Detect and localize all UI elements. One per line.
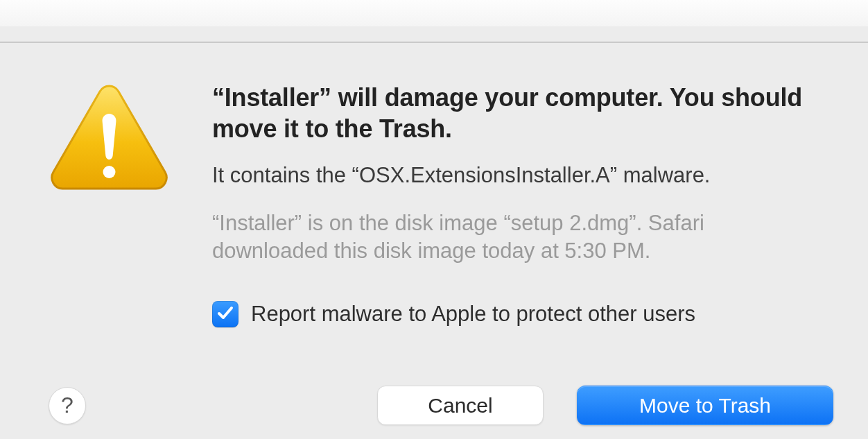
dialog-detail-text: “Installer” is on the disk image “setup …: [212, 209, 822, 266]
dialog-body-row: “Installer” will damage your computer. Y…: [49, 82, 833, 327]
malware-alert-dialog: “Installer” will damage your computer. Y…: [0, 43, 868, 439]
report-malware-label: Report malware to Apple to protect other…: [251, 302, 695, 327]
report-malware-row: Report malware to Apple to protect other…: [212, 301, 833, 327]
move-to-trash-button[interactable]: Move to Trash: [577, 386, 833, 425]
warning-triangle-icon: [49, 82, 170, 196]
help-button[interactable]: ?: [49, 387, 86, 424]
dialog-text-column: “Installer” will damage your computer. Y…: [212, 82, 833, 327]
cancel-button-label: Cancel: [428, 394, 492, 418]
dialog-icon-column: [49, 82, 212, 196]
window-titlebar-strip: [0, 0, 868, 26]
help-icon: ?: [61, 393, 73, 418]
checkmark-icon: [216, 304, 234, 325]
cancel-button[interactable]: Cancel: [377, 386, 544, 425]
move-to-trash-button-label: Move to Trash: [639, 394, 771, 418]
dialog-subtitle: It contains the “OSX.ExtensionsInstaller…: [212, 161, 833, 190]
report-malware-checkbox[interactable]: [212, 301, 238, 327]
dialog-title: “Installer” will damage your computer. Y…: [212, 82, 833, 144]
svg-point-0: [103, 166, 116, 178]
dialog-footer: ? Cancel Move to Trash: [0, 386, 868, 425]
